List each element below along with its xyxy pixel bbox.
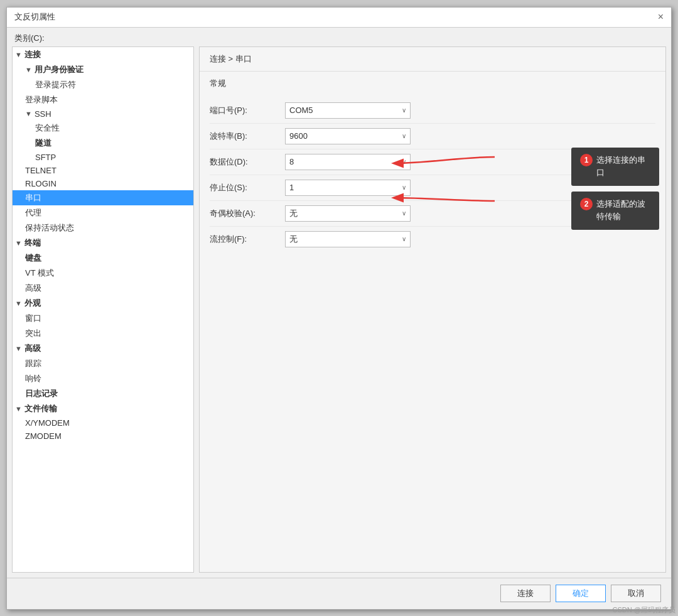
sidebar-item-label: 高级 xyxy=(24,343,41,354)
sidebar-item-vt-mode[interactable]: VT 模式 xyxy=(13,266,193,281)
sidebar-item-label: 突出 xyxy=(25,328,41,339)
sidebar-item-keyboard[interactable]: 键盘 xyxy=(13,251,193,266)
sidebar-item-highlight[interactable]: 突出 xyxy=(13,326,193,341)
sidebar-item-terminal[interactable]: ▼终端 xyxy=(13,235,193,251)
sidebar-item-advanced[interactable]: 高级 xyxy=(13,281,193,296)
sidebar-item-label: 用户身份验证 xyxy=(35,64,83,75)
tree-expand-icon: ▼ xyxy=(15,300,22,307)
form-value-flowcontrol: 无 xyxy=(289,234,298,245)
sidebar-item-proxy[interactable]: 代理 xyxy=(13,205,193,220)
tooltip-2: 2 选择适配的波特传输 xyxy=(571,192,659,230)
form-dropdown-baud[interactable]: 9600∨ xyxy=(285,128,411,144)
sidebar-item-label: ZMODEM xyxy=(25,431,62,441)
sidebar-item-label: 保持活动状态 xyxy=(25,222,74,234)
form-value-databits: 8 xyxy=(289,157,294,166)
sidebar-item-rlogin[interactable]: RLOGIN xyxy=(13,177,193,190)
sidebar-item-label: 窗口 xyxy=(25,313,41,324)
form-value-stopbits: 1 xyxy=(289,183,294,192)
dialog-title: 文反切属性 xyxy=(14,11,55,23)
category-label: 类别(C): xyxy=(7,28,671,46)
sidebar-item-label: TELNET xyxy=(25,166,56,175)
sidebar-item-label: 日志记录 xyxy=(25,388,58,399)
form-label-baud: 波特率(B): xyxy=(210,131,285,142)
sidebar-item-tunnel[interactable]: 隧道 xyxy=(13,136,193,151)
sidebar-item-label: 代理 xyxy=(25,207,41,219)
sidebar-item-security[interactable]: 安全性 xyxy=(13,121,193,136)
dropdown-arrow-icon: ∨ xyxy=(402,210,406,217)
sidebar-item-label: X/YMODEM xyxy=(25,418,70,428)
dialog: 文反切属性 × 类别(C): ▼连接▼用户身份验证登录提示符登录脚本▼SSH安全… xyxy=(6,7,672,610)
ok-button[interactable]: 确定 xyxy=(556,585,606,602)
form-dropdown-databits[interactable]: 8∨ xyxy=(285,154,411,170)
sidebar-item-connect[interactable]: ▼连接 xyxy=(13,47,193,62)
tooltip-number-1: 1 xyxy=(580,154,593,166)
sidebar-item-label: 外观 xyxy=(24,298,41,309)
form-dropdown-flowcontrol[interactable]: 无∨ xyxy=(285,231,411,247)
form-row-flowcontrol: 流控制(F):无∨ xyxy=(210,227,655,252)
sidebar-item-bell[interactable]: 响铃 xyxy=(13,371,193,386)
form-row-port: 端口号(P):COM5∨ xyxy=(210,98,655,124)
sidebar-item-ssh[interactable]: ▼SSH xyxy=(13,107,193,121)
sidebar-item-label: VT 模式 xyxy=(25,267,54,279)
breadcrumb: 连接 > 串口 xyxy=(200,47,665,72)
sidebar-item-auth[interactable]: ▼用户身份验证 xyxy=(13,62,193,77)
section-title: 常规 xyxy=(200,72,665,93)
form-label-stopbits: 停止位(S): xyxy=(210,182,285,193)
tree-expand-icon: ▼ xyxy=(25,66,32,73)
sidebar-item-xymodem[interactable]: X/YMODEM xyxy=(13,416,193,430)
sidebar-item-advanced2[interactable]: ▼高级 xyxy=(13,341,193,356)
sidebar-item-appearance[interactable]: ▼外观 xyxy=(13,296,193,311)
sidebar-item-label: 响铃 xyxy=(25,373,41,384)
sidebar-item-label: 高级 xyxy=(25,283,41,294)
form-label-flowcontrol: 流控制(F): xyxy=(210,234,285,245)
dropdown-arrow-icon: ∨ xyxy=(402,184,406,191)
sidebar-item-log[interactable]: 日志记录 xyxy=(13,386,193,401)
sidebar-item-zmodem[interactable]: ZMODEM xyxy=(13,430,193,443)
footer: 连接 确定 取消 CSDN @屌码程序员 xyxy=(7,578,671,609)
sidebar-item-label: 文件传输 xyxy=(24,403,57,414)
close-icon[interactable]: × xyxy=(658,11,664,23)
sidebar-item-login-script[interactable]: 登录脚本 xyxy=(13,92,193,107)
form-label-port: 端口号(P): xyxy=(210,105,285,116)
title-bar: 文反切属性 × xyxy=(7,8,671,28)
sidebar-item-label: 安全性 xyxy=(35,122,60,134)
sidebar-item-label: 连接 xyxy=(24,49,41,60)
sidebar-item-keepalive[interactable]: 保持活动状态 xyxy=(13,220,193,235)
sidebar-item-telnet[interactable]: TELNET xyxy=(13,164,193,177)
dropdown-arrow-icon: ∨ xyxy=(402,132,406,139)
form-label-databits: 数据位(D): xyxy=(210,156,285,168)
sidebar-item-label: RLOGIN xyxy=(25,179,56,188)
form-value-parity: 无 xyxy=(289,208,298,219)
dropdown-arrow-icon: ∨ xyxy=(402,235,406,242)
form-row-baud: 波特率(B):9600∨ xyxy=(210,124,655,149)
sidebar-item-window[interactable]: 窗口 xyxy=(13,311,193,326)
form-label-parity: 奇偶校验(A): xyxy=(210,208,285,219)
tooltip-text-1: 选择连接的串口 xyxy=(596,154,650,180)
dropdown-arrow-icon: ∨ xyxy=(402,158,406,165)
tooltip-1: 1 选择连接的串口 xyxy=(571,148,659,186)
tree-expand-icon: ▼ xyxy=(25,110,32,117)
sidebar-item-label: 跟踪 xyxy=(25,358,41,369)
sidebar-item-trace[interactable]: 跟踪 xyxy=(13,356,193,371)
sidebar-item-label: 登录提示符 xyxy=(35,79,76,90)
sidebar-item-serial[interactable]: 串口 xyxy=(13,190,193,205)
cancel-button[interactable]: 取消 xyxy=(611,585,661,602)
tooltip-text-2: 选择适配的波特传输 xyxy=(596,198,650,224)
sidebar-item-filetransfer[interactable]: ▼文件传输 xyxy=(13,401,193,416)
form-dropdown-stopbits[interactable]: 1∨ xyxy=(285,180,411,196)
form-dropdown-port[interactable]: COM5∨ xyxy=(285,102,411,119)
sidebar-item-login-prompt[interactable]: 登录提示符 xyxy=(13,77,193,92)
dropdown-arrow-icon: ∨ xyxy=(402,107,406,114)
form-value-port: COM5 xyxy=(289,105,313,115)
tree-expand-icon: ▼ xyxy=(15,345,22,352)
sidebar-item-label: 串口 xyxy=(25,192,41,203)
sidebar-item-label: 登录脚本 xyxy=(25,94,58,105)
dialog-body: ▼连接▼用户身份验证登录提示符登录脚本▼SSH安全性隧道SFTPTELNETRL… xyxy=(7,46,671,578)
main-content: 连接 > 串口 常规 端口号(P):COM5∨波特率(B):9600∨数据位(D… xyxy=(199,46,666,573)
form-value-baud: 9600 xyxy=(289,131,308,141)
form-dropdown-parity[interactable]: 无∨ xyxy=(285,205,411,222)
sidebar-item-sftp[interactable]: SFTP xyxy=(13,151,193,164)
connect-button[interactable]: 连接 xyxy=(500,585,551,602)
tree-expand-icon: ▼ xyxy=(15,51,22,58)
tree-expand-icon: ▼ xyxy=(15,405,22,413)
